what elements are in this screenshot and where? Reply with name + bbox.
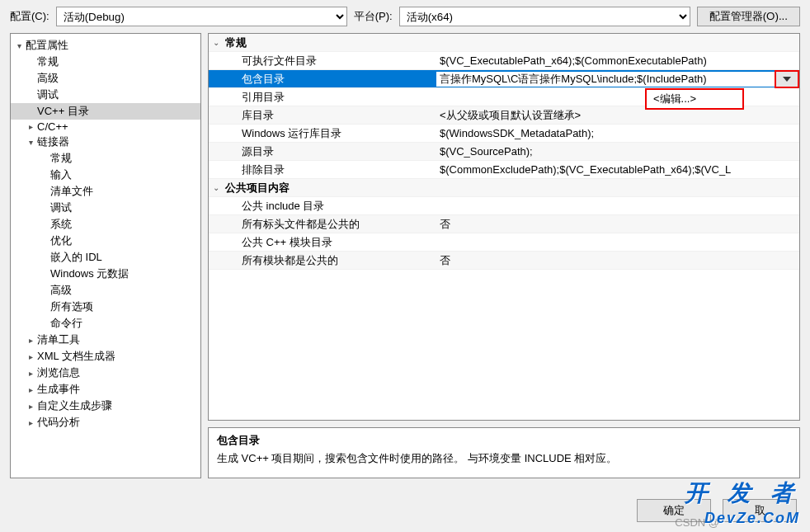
- tree-item[interactable]: 高级: [11, 70, 200, 87]
- expand-icon: ⌄: [209, 38, 224, 47]
- cancel-button[interactable]: 取: [723, 499, 797, 522]
- expand-icon: ▾: [26, 138, 35, 147]
- tree-item[interactable]: VC++ 目录: [11, 103, 200, 120]
- tree-item[interactable]: 嵌入的 IDL: [11, 249, 200, 266]
- nav-tree[interactable]: ▾配置属性常规高级调试VC++ 目录▸C/C++▾链接器常规输入清单文件调试系统…: [10, 33, 201, 478]
- tree-item-label: 配置属性: [24, 38, 68, 53]
- property-row[interactable]: 排除目录$(CommonExcludePath);$(VC_Executable…: [209, 161, 799, 179]
- description-title: 包含目录: [217, 433, 791, 448]
- property-row[interactable]: 源目录$(VC_SourcePath);: [209, 143, 799, 161]
- tree-item[interactable]: 常规: [11, 54, 200, 70]
- property-name: 公共 C++ 模块目录: [224, 235, 436, 250]
- tree-item[interactable]: ▾配置属性: [11, 37, 200, 54]
- property-name: 库目录: [224, 108, 436, 123]
- expand-icon: ▸: [26, 418, 35, 427]
- property-value[interactable]: <从父级或项目默认设置继承>: [436, 108, 799, 123]
- tree-item[interactable]: 所有选项: [11, 299, 200, 315]
- property-row[interactable]: 公共 C++ 模块目录: [209, 233, 799, 252]
- tree-item[interactable]: 调试: [11, 87, 200, 103]
- tree-item-label: 常规: [49, 151, 72, 166]
- property-name: 公共项目内容: [224, 181, 436, 195]
- tree-item[interactable]: 优化: [11, 233, 200, 249]
- tree-item[interactable]: ▸自定义生成步骤: [11, 398, 200, 414]
- property-name: 引用目录: [224, 90, 436, 105]
- tree-item[interactable]: ▸浏览信息: [11, 365, 200, 381]
- tree-item-label: 代码分析: [35, 415, 80, 430]
- tree-item[interactable]: ▾链接器: [11, 134, 200, 150]
- tree-item-label: 自定义生成步骤: [35, 398, 112, 413]
- property-name: Windows 运行库目录: [224, 126, 436, 141]
- tree-item[interactable]: ▸XML 文档生成器: [11, 348, 200, 365]
- tree-item-label: 调试: [35, 87, 59, 102]
- tree-item[interactable]: 输入: [11, 167, 200, 183]
- description-panel: 包含目录 生成 VC++ 项目期间，搜索包含文件时使用的路径。 与环境变量 IN…: [208, 427, 800, 478]
- tree-item[interactable]: 系统: [11, 216, 200, 233]
- property-value[interactable]: 否: [436, 217, 799, 232]
- tree-item[interactable]: ▸清单工具: [11, 332, 200, 348]
- property-name: 公共 include 目录: [224, 199, 436, 214]
- property-row[interactable]: ⌄常规: [209, 34, 799, 52]
- property-name: 包含目录: [224, 72, 436, 87]
- tree-item-label: Windows 元数据: [49, 266, 129, 281]
- property-row[interactable]: 所有标头文件都是公共的否: [209, 215, 799, 233]
- property-name: 所有模块都是公共的: [224, 253, 436, 268]
- config-label: 配置(C):: [10, 9, 49, 24]
- tree-item-label: 常规: [35, 54, 59, 69]
- dropdown-button[interactable]: [775, 70, 799, 88]
- chevron-down-icon: [783, 77, 791, 82]
- tree-item-label: 生成事件: [35, 382, 80, 397]
- tree-item-label: 调试: [49, 200, 72, 215]
- property-value[interactable]: 否: [436, 253, 799, 268]
- tree-item[interactable]: ▸生成事件: [11, 381, 200, 398]
- tree-item[interactable]: 调试: [11, 200, 200, 216]
- expand-icon: ▸: [26, 122, 35, 131]
- property-name: 可执行文件目录: [224, 54, 436, 68]
- property-name: 排除目录: [224, 162, 436, 177]
- description-text: 生成 VC++ 项目期间，搜索包含文件时使用的路径。 与环境变量 INCLUDE…: [217, 451, 791, 466]
- property-row[interactable]: ⌄公共项目内容: [209, 179, 799, 197]
- property-value[interactable]: $(VC_ExecutablePath_x64);$(CommonExecuta…: [436, 54, 799, 67]
- property-row[interactable]: 可执行文件目录$(VC_ExecutablePath_x64);$(Common…: [209, 52, 799, 70]
- tree-item[interactable]: ▸代码分析: [11, 414, 200, 431]
- tree-item-label: 高级: [35, 71, 59, 86]
- expand-icon: ▾: [14, 41, 24, 50]
- property-name: 源目录: [224, 144, 436, 159]
- property-value[interactable]: $(VC_SourcePath);: [436, 145, 799, 158]
- property-name: 所有标头文件都是公共的: [224, 217, 436, 232]
- tree-item-label: 命令行: [49, 316, 82, 331]
- tree-item-label: 清单文件: [49, 184, 93, 199]
- property-value[interactable]: 言操作MySQL\C语言操作MySQL\include;$(IncludePat…: [436, 72, 799, 87]
- tree-item[interactable]: 常规: [11, 150, 200, 167]
- platform-label: 平台(P):: [354, 9, 393, 24]
- property-name: 常规: [224, 35, 436, 50]
- expand-icon: ⌄: [209, 183, 224, 192]
- expand-icon: ▸: [26, 369, 35, 378]
- property-value[interactable]: $(WindowsSDK_MetadataPath);: [436, 127, 799, 139]
- ok-button[interactable]: 确定: [637, 499, 711, 522]
- config-manager-button[interactable]: 配置管理器(O)...: [697, 7, 800, 26]
- tree-item-label: 高级: [49, 283, 72, 298]
- tree-item-label: VC++ 目录: [35, 104, 89, 119]
- edit-popup[interactable]: <编辑...>: [645, 88, 744, 110]
- property-row[interactable]: 包含目录言操作MySQL\C语言操作MySQL\include;$(Includ…: [209, 70, 799, 88]
- property-value[interactable]: $(CommonExcludePath);$(VC_ExecutablePath…: [436, 163, 799, 176]
- tree-item[interactable]: 清单文件: [11, 183, 200, 200]
- tree-item-label: 优化: [49, 233, 72, 248]
- expand-icon: ▸: [26, 402, 35, 411]
- property-row[interactable]: 公共 include 目录: [209, 197, 799, 215]
- tree-item[interactable]: Windows 元数据: [11, 266, 200, 282]
- tree-item[interactable]: 命令行: [11, 315, 200, 332]
- tree-item[interactable]: 高级: [11, 282, 200, 299]
- tree-item-label: C/C++: [35, 120, 68, 133]
- tree-item-label: 所有选项: [49, 299, 93, 314]
- property-row[interactable]: Windows 运行库目录$(WindowsSDK_MetadataPath);: [209, 125, 799, 143]
- expand-icon: ▸: [26, 336, 35, 345]
- expand-icon: ▸: [26, 352, 35, 361]
- property-grid[interactable]: ⌄常规可执行文件目录$(VC_ExecutablePath_x64);$(Com…: [208, 33, 800, 421]
- tree-item-label: 清单工具: [35, 332, 80, 347]
- platform-select[interactable]: 活动(x64): [399, 7, 690, 26]
- config-select[interactable]: 活动(Debug): [56, 7, 347, 26]
- property-row[interactable]: 所有模块都是公共的否: [209, 252, 799, 270]
- tree-item-label: 浏览信息: [35, 365, 80, 380]
- tree-item[interactable]: ▸C/C++: [11, 120, 200, 134]
